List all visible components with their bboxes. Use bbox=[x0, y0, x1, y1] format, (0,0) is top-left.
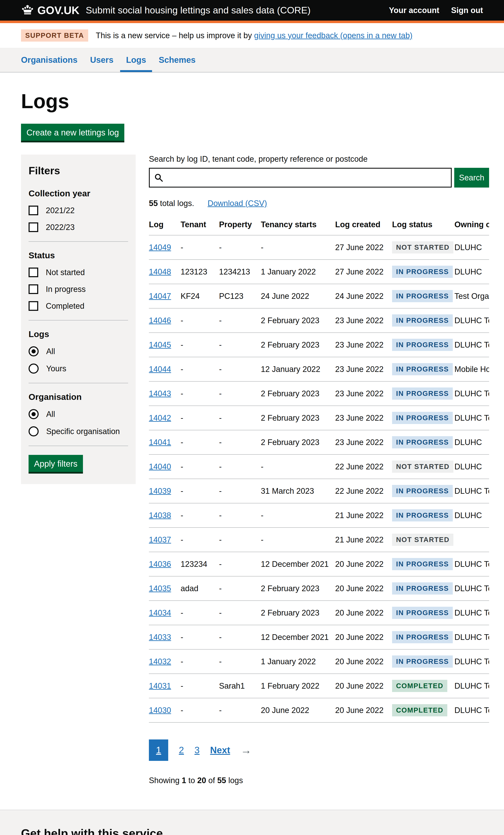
cell-tenant: - bbox=[181, 649, 219, 674]
log-link-14042[interactable]: 14042 bbox=[149, 413, 171, 422]
log-link-14039[interactable]: 14039 bbox=[149, 487, 171, 495]
checkbox-icon[interactable] bbox=[28, 206, 38, 215]
filter-group-title-organisation: Organisation bbox=[28, 392, 128, 402]
cell-owning-organisation: DLUHC Tes bbox=[455, 698, 489, 722]
status-badge: NOT STARTED bbox=[392, 461, 453, 473]
cell-tenant: - bbox=[181, 357, 219, 381]
radio-option-specific-organisation[interactable]: Specific organisation bbox=[28, 426, 128, 436]
cell-tenancy-starts: 24 June 2022 bbox=[261, 284, 335, 308]
radio-icon[interactable] bbox=[28, 364, 39, 373]
service-name-link[interactable]: Submit social housing lettings and sales… bbox=[86, 5, 310, 16]
checkbox-icon[interactable] bbox=[28, 284, 38, 294]
cell-tenant: - bbox=[181, 381, 219, 406]
log-link-14032[interactable]: 14032 bbox=[149, 657, 171, 666]
radio-icon[interactable] bbox=[28, 409, 39, 419]
cell-tenant: - bbox=[181, 235, 219, 260]
radio-option-yours[interactable]: Yours bbox=[28, 364, 128, 373]
checkbox-icon[interactable] bbox=[28, 268, 38, 277]
cell-log-status: NOT STARTED bbox=[392, 528, 455, 552]
search-box bbox=[149, 168, 452, 187]
pagination-page-1[interactable]: 1 bbox=[149, 739, 168, 761]
checkbox-icon[interactable] bbox=[28, 222, 38, 232]
cell-log-status: IN PROGRESS bbox=[392, 576, 455, 600]
showing-from: 1 bbox=[182, 776, 186, 785]
pagination-next-link[interactable]: Next bbox=[210, 745, 230, 755]
radio-option-all[interactable]: All bbox=[28, 409, 128, 419]
cell-owning-organisation: DLUHC Tes bbox=[455, 552, 489, 576]
log-link-14036[interactable]: 14036 bbox=[149, 560, 171, 569]
cell-log-status: IN PROGRESS bbox=[392, 333, 455, 357]
status-badge: IN PROGRESS bbox=[392, 363, 453, 375]
log-link-14038[interactable]: 14038 bbox=[149, 511, 171, 520]
your-account-link[interactable]: Your account bbox=[389, 6, 439, 15]
main-content: Logs Create a new lettings log Filters C… bbox=[0, 90, 504, 810]
feedback-link[interactable]: giving us your feedback (opens in a new … bbox=[254, 31, 412, 40]
checkbox-option-2022-23[interactable]: 2022/23 bbox=[28, 222, 128, 232]
log-link-14035[interactable]: 14035 bbox=[149, 584, 171, 593]
create-lettings-log-button[interactable]: Create a new lettings log bbox=[21, 124, 124, 141]
log-link-14043[interactable]: 14043 bbox=[149, 389, 171, 398]
cell-property: - bbox=[219, 528, 261, 552]
pagination-page-3[interactable]: 3 bbox=[195, 745, 200, 755]
table-row: 14036123234-12 December 202120 June 2022… bbox=[149, 552, 489, 576]
filters-divider bbox=[28, 446, 128, 446]
search-input[interactable] bbox=[166, 169, 451, 187]
cell-log-created: 22 June 2022 bbox=[335, 454, 392, 479]
cell-tenant: - bbox=[181, 674, 219, 698]
cell-log-status: IN PROGRESS bbox=[392, 479, 455, 503]
filter-group-title-logs: Logs bbox=[28, 329, 128, 339]
apply-filters-button[interactable]: Apply filters bbox=[28, 455, 83, 472]
checkbox-option-in-progress[interactable]: In progress bbox=[28, 284, 128, 294]
checkbox-option-completed[interactable]: Completed bbox=[28, 301, 128, 311]
sign-out-link[interactable]: Sign out bbox=[451, 6, 483, 15]
column-header-tenancy-starts: Tenancy starts bbox=[261, 214, 335, 235]
nav-item-organisations[interactable]: Organisations bbox=[15, 48, 83, 72]
table-row: 14045--2 February 202323 June 2022IN PRO… bbox=[149, 333, 489, 357]
radio-icon[interactable] bbox=[28, 346, 39, 357]
radio-option-all[interactable]: All bbox=[28, 346, 128, 357]
cell-owning-organisation: DLUHC Tes bbox=[455, 406, 489, 430]
govuk-logo[interactable]: GOV.UK bbox=[21, 4, 79, 17]
nav-item-users[interactable]: Users bbox=[84, 48, 119, 72]
cell-tenant: - bbox=[181, 430, 219, 454]
checkbox-option-not-started[interactable]: Not started bbox=[28, 268, 128, 277]
log-link-14041[interactable]: 14041 bbox=[149, 438, 171, 447]
log-link-14044[interactable]: 14044 bbox=[149, 365, 171, 373]
logs-table-body: 14049---27 June 2022NOT STARTEDDLUHC1404… bbox=[149, 235, 489, 722]
log-link-14048[interactable]: 14048 bbox=[149, 267, 171, 276]
cell-log-status: IN PROGRESS bbox=[392, 552, 455, 576]
log-link-14047[interactable]: 14047 bbox=[149, 292, 171, 301]
log-link-14033[interactable]: 14033 bbox=[149, 633, 171, 641]
log-link-14037[interactable]: 14037 bbox=[149, 535, 171, 544]
radio-icon[interactable] bbox=[28, 426, 39, 436]
log-link-14034[interactable]: 14034 bbox=[149, 608, 171, 617]
download-csv-link[interactable]: Download (CSV) bbox=[208, 199, 267, 208]
nav-item-logs[interactable]: Logs bbox=[120, 48, 152, 72]
header-account-nav: Your account Sign out bbox=[389, 6, 483, 15]
table-row: 14037---21 June 2022NOT STARTED bbox=[149, 528, 489, 552]
search-button[interactable]: Search bbox=[454, 168, 489, 187]
cell-owning-organisation: DLUHC bbox=[455, 503, 489, 528]
log-link-14031[interactable]: 14031 bbox=[149, 681, 171, 690]
log-link-14045[interactable]: 14045 bbox=[149, 341, 171, 349]
search-icon bbox=[154, 173, 163, 182]
cell-property: - bbox=[219, 308, 261, 333]
log-link-14046[interactable]: 14046 bbox=[149, 316, 171, 325]
cell-property: - bbox=[219, 479, 261, 503]
checkbox-option-2021-22[interactable]: 2021/22 bbox=[28, 206, 128, 215]
cell-tenant: - bbox=[181, 454, 219, 479]
nav-item-schemes[interactable]: Schemes bbox=[153, 48, 202, 72]
cell-tenant: - bbox=[181, 698, 219, 722]
pagination-page-2[interactable]: 2 bbox=[179, 745, 184, 755]
cell-owning-organisation: DLUHC Tes bbox=[455, 649, 489, 674]
showing-summary: Showing 1 to 20 of 55 logs bbox=[149, 776, 489, 785]
log-link-14049[interactable]: 14049 bbox=[149, 243, 171, 252]
table-row: 14043--2 February 202323 June 2022IN PRO… bbox=[149, 381, 489, 406]
table-row: 14042--2 February 202323 June 2022IN PRO… bbox=[149, 406, 489, 430]
checkbox-icon[interactable] bbox=[28, 301, 38, 311]
log-link-14040[interactable]: 14040 bbox=[149, 462, 171, 471]
cell-tenancy-starts: - bbox=[261, 454, 335, 479]
cell-log-status: IN PROGRESS bbox=[392, 357, 455, 381]
cell-owning-organisation: Mobile Hou bbox=[455, 357, 489, 381]
log-link-14030[interactable]: 14030 bbox=[149, 706, 171, 715]
